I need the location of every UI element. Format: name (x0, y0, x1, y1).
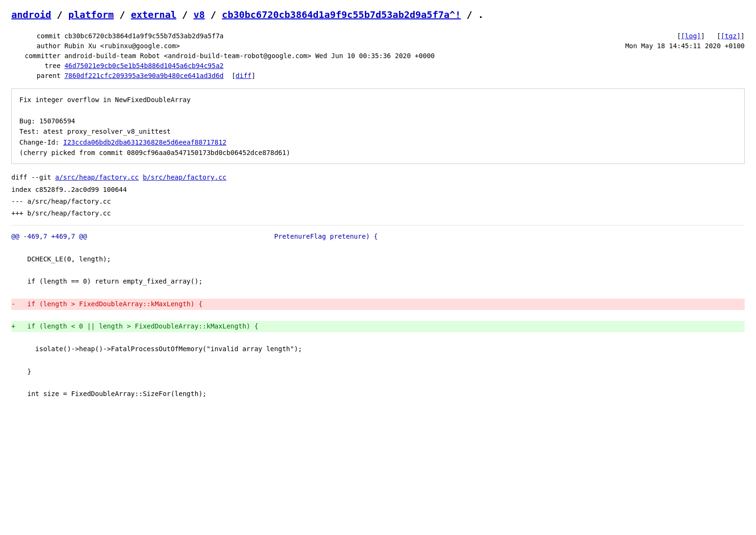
parent-value: 7860df221cfc209395a3e90a9b480ce641ad3d6d… (64, 71, 559, 81)
committer-row: committer android-build-team Robot <andr… (11, 51, 745, 61)
commit-info: commit cb30bc6720cb3864d1a9f9c55b7d53ab2… (11, 31, 745, 81)
diff-line-removed: - if (length > FixedDoubleArray::kMaxLen… (11, 299, 745, 310)
diff-line-added: + if (length < 0 || length > FixedDouble… (11, 321, 745, 332)
author-row: author Rubin Xu <rubinxu@google.com> Mon… (11, 41, 745, 51)
commit-msg-cherry: (cherry picked from commit 0809cf96aa0a5… (19, 149, 290, 156)
log-link[interactable]: [log] (681, 32, 701, 40)
diff-line-4: } (11, 366, 745, 378)
parent-label: parent (11, 71, 64, 81)
commit-message: Fix integer overflow in NewFixedDoubleAr… (11, 88, 745, 164)
commit-msg-bug: Bug: 150706594 (19, 117, 75, 125)
tree-label: tree (11, 61, 64, 71)
tgz-link[interactable]: [tgz] (721, 32, 740, 40)
diff-divider (11, 225, 745, 225)
tree-link[interactable]: 46d75021e9cb0c5e1b54b886d1045a6cb94c95a2 (64, 62, 223, 69)
commit-row: commit cb30bc6720cb3864d1a9f9c55b7d53ab2… (11, 31, 745, 41)
diff-minus-line: --- a/src/heap/factory.cc (11, 198, 111, 205)
breadcrumb-platform[interactable]: platform (68, 9, 113, 20)
breadcrumb: android / platform / external / v8 / cb3… (11, 8, 745, 22)
commit-label: commit (11, 31, 64, 41)
commit-msg-line1: Fix integer overflow in NewFixedDoubleAr… (19, 96, 190, 104)
diff-line-3: isolate()->heap()->FatalProcessOutOfMemo… (11, 344, 745, 355)
diff-header: diff --git a/src/heap/factory.cc b/src/h… (11, 172, 745, 219)
diff-line-2: if (length == 0) return empty_fixed_arra… (11, 276, 745, 287)
breadcrumb-android[interactable]: android (11, 9, 51, 20)
diff-index-line: index c8528f9..2ac0d99 100644 (11, 186, 127, 193)
diff-file-b-link[interactable]: b/src/heap/factory.cc (143, 173, 226, 181)
committer-label: committer (11, 51, 64, 61)
committer-value: android-build-team Robot <android-build-… (64, 51, 559, 61)
diff-git-line: diff --git a/src/heap/factory.cc b/src/h… (11, 173, 226, 181)
breadcrumb-external[interactable]: external (131, 9, 176, 20)
breadcrumb-commit[interactable]: cb30bc6720cb3864d1a9f9c55b7d53ab2d9a5f7a… (222, 9, 461, 20)
diff-link[interactable]: diff (236, 72, 252, 79)
author-value: Rubin Xu <rubinxu@google.com> (64, 41, 559, 51)
author-date: Mon May 18 14:45:11 2020 +0100 (559, 41, 745, 51)
commit-msg-test: Test: atest proxy_resolver_v8_unittest (19, 128, 171, 135)
diff-line-1: DCHECK_LE(0, length); (11, 254, 745, 265)
change-id-link[interactable]: I23ccda06bdb2dba631236828e5d6eeaf8871781… (63, 138, 227, 146)
parent-row: parent 7860df221cfc209395a3e90a9b480ce64… (11, 71, 745, 81)
commit-links: [[log]] [[tgz]] (559, 31, 745, 41)
diff-body: @@ -469,7 +469,7 @@ PretenureFlag preten… (11, 231, 745, 411)
commit-hash: cb30bc6720cb3864d1a9f9c55b7d53ab2d9a5f7a (64, 31, 559, 41)
hunk-header-line: @@ -469,7 +469,7 @@ PretenureFlag preten… (11, 231, 745, 242)
tree-row: tree 46d75021e9cb0c5e1b54b886d1045a6cb94… (11, 61, 745, 71)
commit-msg-changeid: Change-Id: I23ccda06bdb2dba631236828e5d6… (19, 138, 226, 146)
diff-file-a-link[interactable]: a/src/heap/factory.cc (55, 173, 139, 181)
diff-line-5: int size = FixedDoubleArray::SizeFor(len… (11, 388, 745, 400)
author-label: author (11, 41, 64, 51)
diff-plus-line: +++ b/src/heap/factory.cc (11, 209, 111, 217)
tree-value: 46d75021e9cb0c5e1b54b886d1045a6cb94c95a2 (64, 61, 559, 71)
parent-link[interactable]: 7860df221cfc209395a3e90a9b480ce641ad3d6d (64, 72, 223, 79)
breadcrumb-v8[interactable]: v8 (193, 9, 205, 20)
